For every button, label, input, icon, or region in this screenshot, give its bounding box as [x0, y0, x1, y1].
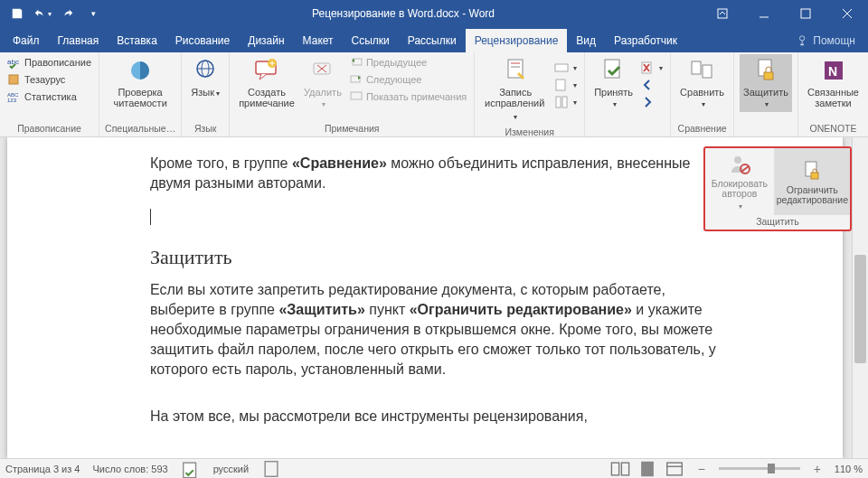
accept-button[interactable]: Принять▾ — [590, 54, 637, 112]
prev-change-button[interactable] — [638, 77, 665, 93]
readability-button[interactable]: Проверка читаемости — [109, 54, 170, 110]
stats-icon: ABC123 — [7, 89, 22, 104]
svg-rect-2 — [801, 9, 810, 18]
vertical-scrollbar[interactable] — [852, 137, 868, 458]
qat-more-button[interactable]: ▾ — [81, 2, 105, 25]
onenote-icon: N — [819, 56, 848, 85]
reject-icon — [640, 61, 655, 75]
globe-icon — [191, 56, 220, 85]
web-layout-button[interactable] — [665, 461, 684, 477]
language-button[interactable]: Язык▾ — [187, 54, 223, 101]
block-authors-button: Блокировать авторов▾ — [705, 148, 775, 215]
group-label-proofing: Правописание — [5, 121, 93, 136]
ribbon-display-options[interactable] — [702, 0, 743, 27]
window-title: Рецензирование в Word.docx - Word — [105, 7, 702, 20]
group-label-comments: Примечания — [235, 121, 468, 136]
redo-button[interactable] — [56, 2, 80, 25]
paragraph: Если вы хотите запретить редактирование … — [150, 280, 716, 380]
readability-icon — [126, 56, 155, 85]
accept-icon — [599, 56, 628, 85]
next-change-icon — [640, 95, 655, 109]
zoom-slider-knob[interactable] — [768, 464, 775, 473]
svg-rect-50 — [611, 463, 618, 475]
compare-icon — [688, 56, 717, 85]
heading: Защитить — [150, 246, 716, 269]
svg-rect-48 — [183, 463, 195, 478]
tab-developer[interactable]: Разработчик — [605, 29, 686, 52]
svg-point-43 — [734, 156, 741, 164]
save-button[interactable] — [5, 2, 29, 25]
restrict-icon — [800, 159, 824, 183]
svg-rect-29 — [555, 64, 568, 71]
zoom-out-button[interactable]: − — [692, 461, 712, 477]
group-label-special: Специальные… — [105, 121, 175, 136]
comment-icon — [252, 56, 281, 85]
next-change-button[interactable] — [638, 94, 665, 110]
display-mode-dropdown[interactable]: ▾ — [552, 60, 579, 76]
restrict-editing-button[interactable]: Ограничить редактирование — [775, 148, 850, 215]
svg-rect-0 — [718, 9, 727, 18]
tab-references[interactable]: Ссылки — [343, 29, 399, 52]
track-icon — [501, 56, 530, 85]
minimize-button[interactable] — [743, 0, 785, 27]
new-comment-button[interactable]: Создать примечание — [235, 54, 298, 110]
delete-comment-icon — [308, 56, 337, 85]
compare-button[interactable]: Сравнить▾ — [676, 54, 728, 112]
spelling-button[interactable]: abcПравописание — [5, 54, 93, 70]
tab-layout[interactable]: Макет — [294, 29, 343, 52]
next-icon — [349, 72, 363, 87]
group-label-compare: Сравнение — [676, 121, 728, 136]
svg-rect-37 — [692, 61, 701, 74]
tell-me-input[interactable]: Помощн — [788, 29, 864, 52]
svg-rect-49 — [265, 461, 278, 476]
protect-dropdown-panel: Блокировать авторов▾ Ограничить редактир… — [703, 146, 852, 231]
track-changes-button[interactable]: Запись исправлений ▾ — [480, 54, 551, 125]
group-label-language: Язык — [187, 121, 223, 136]
close-button[interactable] — [826, 0, 868, 27]
read-mode-button[interactable] — [610, 461, 630, 477]
tab-view[interactable]: Вид — [567, 29, 605, 52]
prev-comment-button: Предыдущее — [347, 54, 468, 70]
status-word-count[interactable]: Число слов: 593 — [92, 464, 167, 474]
svg-rect-31 — [556, 97, 561, 108]
zoom-level[interactable]: 110 % — [835, 464, 863, 474]
svg-rect-52 — [641, 461, 654, 476]
svg-rect-38 — [703, 65, 712, 78]
print-layout-button[interactable] — [637, 461, 657, 477]
protect-button[interactable]: Защитить▾ — [740, 54, 792, 112]
tab-review[interactable]: Рецензирование — [466, 29, 568, 52]
linked-notes-button[interactable]: N Связанные заметки — [804, 54, 863, 110]
show-comments-icon — [349, 89, 363, 104]
tab-mailings[interactable]: Рассылки — [399, 29, 466, 52]
reviewing-pane-dropdown[interactable]: ▾ — [552, 94, 579, 110]
zoom-slider[interactable] — [719, 467, 800, 470]
undo-button[interactable]: ▾ — [31, 2, 54, 25]
paragraph: На этом все, мы рассмотрели все инструме… — [150, 407, 716, 426]
status-page[interactable]: Страница 3 из 4 — [5, 464, 80, 474]
zoom-in-button[interactable]: + — [807, 461, 827, 477]
tab-draw[interactable]: Рисование — [166, 29, 239, 52]
tab-home[interactable]: Главная — [49, 29, 108, 52]
delete-comment-button: Удалить▾ — [300, 54, 345, 112]
tab-file[interactable]: Файл — [4, 29, 49, 52]
tab-insert[interactable]: Вставка — [108, 29, 166, 52]
show-markup-dropdown[interactable]: ▾ — [552, 77, 579, 93]
show-comments-button: Показать примечания — [347, 89, 468, 105]
maximize-button[interactable] — [785, 0, 826, 27]
group-label-onenote: ONENOTE — [804, 121, 863, 136]
reject-button[interactable]: ▾ — [638, 60, 665, 76]
prev-icon — [349, 55, 363, 70]
next-comment-button: Следующее — [347, 71, 468, 88]
svg-rect-40 — [764, 72, 773, 80]
group-label-changes — [590, 132, 665, 136]
status-accessibility-icon[interactable] — [261, 461, 281, 477]
tab-design[interactable]: Дизайн — [239, 29, 293, 52]
paragraph: Кроме того, в группе «Сравнение» можно о… — [150, 154, 716, 193]
scrollbar-thumb[interactable] — [854, 255, 866, 363]
tell-me-label: Помощн — [813, 34, 855, 47]
status-language[interactable]: русский — [213, 464, 249, 474]
svg-rect-53 — [667, 463, 683, 475]
spellcheck-status-icon[interactable] — [181, 461, 201, 477]
word-count-button[interactable]: ABC123Статистика — [5, 89, 93, 105]
thesaurus-button[interactable]: Тезаурус — [5, 71, 93, 88]
